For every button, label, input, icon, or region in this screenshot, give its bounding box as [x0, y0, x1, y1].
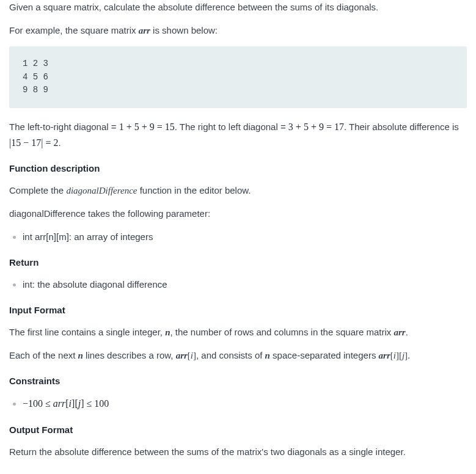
return-list: int: the absolute diagonal difference [9, 277, 467, 292]
text: arr [176, 351, 188, 360]
text: . [406, 327, 408, 337]
param-item: int arr[n][m]: an array of integers [23, 230, 467, 244]
heading-return: Return [9, 255, 467, 270]
text: lines describes a row, [83, 350, 176, 360]
text: . Their absolute difference is [344, 122, 459, 132]
intro-paragraph-1: Given a square matrix, calculate the abs… [9, 0, 467, 15]
heading-input-format: Input Format [9, 303, 467, 318]
function-name: diagonalDifference [66, 186, 137, 195]
text: . [408, 350, 410, 360]
text: is shown below: [150, 25, 218, 35]
var-arr: arr [394, 327, 406, 337]
text: function in the editor below. [137, 185, 251, 195]
text: . [58, 137, 60, 148]
text: Complete the [9, 185, 66, 195]
heading-output-format: Output Format [9, 423, 467, 437]
problem-statement: Given a square matrix, calculate the abs… [9, 0, 467, 459]
var-arrij: arr[i][j] [379, 351, 408, 360]
heading-function-description: Function description [9, 161, 467, 176]
text: Each of the next [9, 350, 78, 360]
return-item: int: the absolute diagonal difference [23, 277, 467, 292]
text: arr [379, 351, 390, 360]
math-eq3: |15 − 17| = 2 [9, 137, 58, 148]
function-complete-line: Complete the diagonalDifference function… [9, 183, 467, 198]
var-n: n [265, 351, 270, 360]
constraint-item: −100 ≤ arr[i][j] ≤ 100 [23, 396, 467, 412]
var-n: n [78, 351, 83, 360]
input-line-2: Each of the next n lines describes a row… [9, 348, 467, 363]
var-arr: arr [53, 398, 65, 409]
code-example: 1 2 3 4 5 6 9 8 9 [9, 46, 467, 108]
text: ≤ 100 [84, 398, 109, 409]
text: −100 ≤ [23, 398, 53, 409]
var-arr: arr [139, 26, 150, 35]
heading-constraints: Constraints [9, 374, 467, 388]
text: For example, the square matrix [9, 25, 139, 35]
input-line-1: The first line contains a single integer… [9, 325, 467, 340]
output-paragraph: Return the absolute difference between t… [9, 445, 467, 459]
math-eq1: 1 + 5 + 9 = 15 [119, 122, 175, 132]
diagonal-explanation: The left-to-right diagonal = 1 + 5 + 9 =… [9, 119, 467, 150]
constraint-expr: −100 ≤ arr[i][j] ≤ 100 [23, 398, 109, 409]
text: space-separated integers [270, 350, 379, 360]
text: . The right to left diagonal = [175, 122, 288, 132]
params-list: int arr[n][m]: an array of integers [9, 230, 467, 244]
text: , and consists of [196, 350, 265, 360]
intro-paragraph-2: For example, the square matrix arr is sh… [9, 23, 467, 38]
text: ][ [71, 398, 78, 409]
params-intro: diagonalDifference takes the following p… [9, 206, 467, 221]
math-eq2: 3 + 5 + 9 = 17 [288, 122, 344, 132]
text: ][ [396, 351, 402, 360]
text: , the number of rows and columns in the … [170, 327, 394, 337]
text: The first line contains a single integer… [9, 327, 165, 337]
constraints-list: −100 ≤ arr[i][j] ≤ 100 [9, 396, 467, 412]
text: The left-to-right diagonal = [9, 122, 119, 132]
var-arri: arr[i] [176, 351, 196, 360]
